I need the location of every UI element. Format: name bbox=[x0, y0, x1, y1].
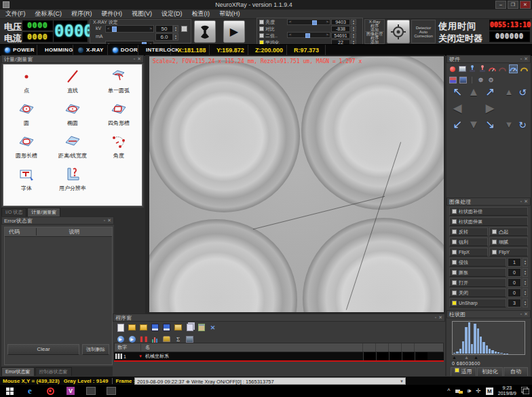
menu-help[interactable]: 帮助(H) bbox=[219, 10, 240, 18]
joystick-blue-icon[interactable] bbox=[469, 65, 476, 73]
wheel-icon[interactable]: ☸ bbox=[477, 76, 484, 83]
pin-icon[interactable]: ▫ bbox=[435, 315, 436, 320]
detector-auto-correction-button[interactable]: Detector Auto Correction bbox=[411, 20, 436, 43]
open-value[interactable]: 0 bbox=[508, 278, 521, 287]
open-toggle[interactable]: 打开 bbox=[449, 278, 506, 287]
menu-file[interactable]: 文件(F) bbox=[5, 10, 26, 18]
tool-round-slot[interactable]: 圆形长槽 bbox=[3, 134, 50, 166]
brightness-spinner[interactable]: ▲▼ bbox=[351, 19, 356, 25]
tool-text[interactable]: 字体 bbox=[3, 166, 50, 199]
contrast-slider[interactable]: <> bbox=[287, 32, 330, 38]
sharpen-toggle[interactable]: 锐利 bbox=[449, 238, 488, 246]
dilate-toggle[interactable]: 膨胀 bbox=[449, 268, 506, 277]
tool-ellipse[interactable]: 椭圆 bbox=[50, 101, 96, 134]
jog-down-left-button[interactable]: ↙ bbox=[453, 119, 462, 131]
tool-line[interactable]: 直线 bbox=[50, 69, 96, 101]
contrast-checkbox[interactable] bbox=[259, 26, 264, 31]
close-icon[interactable]: ✕ bbox=[524, 199, 528, 204]
improc-program-add-button[interactable]: 图像处理 程序 添加 bbox=[364, 31, 385, 44]
snapshot-icon[interactable] bbox=[459, 65, 466, 73]
xray-program-add-button[interactable]: X-Ray 程序 添加 bbox=[364, 19, 385, 32]
tool-single-arc[interactable]: 单一圆弧 bbox=[96, 69, 142, 101]
close-value[interactable]: 0 bbox=[508, 288, 521, 297]
jog-up-left-button[interactable]: ↖ bbox=[453, 86, 462, 98]
histogram-max-handle[interactable]: ▲ bbox=[474, 355, 478, 360]
jog-down-right-button[interactable]: ↘ bbox=[485, 119, 495, 131]
jog-up-right-button[interactable]: ↗ bbox=[485, 86, 495, 98]
gauge-blue-icon[interactable] bbox=[509, 64, 518, 73]
paste-icon[interactable] bbox=[197, 324, 205, 331]
v-app-icon[interactable]: V bbox=[65, 386, 76, 396]
run-icon[interactable]: ▶ bbox=[117, 335, 124, 343]
open-folder2-icon[interactable] bbox=[140, 324, 147, 331]
apply-checkbox[interactable] bbox=[455, 368, 459, 373]
tool-user-resolution[interactable]: 用户分辨率 bbox=[50, 166, 96, 199]
tool-bag-icon[interactable] bbox=[163, 335, 170, 343]
import-icon[interactable] bbox=[174, 324, 182, 331]
network-icon[interactable] bbox=[455, 387, 463, 395]
pin-icon[interactable]: ▫ bbox=[104, 218, 105, 223]
edge-browser-icon[interactable]: e bbox=[24, 386, 35, 396]
input-indicator-icon[interactable]: ✛ bbox=[476, 387, 481, 394]
close-button[interactable]: ✕ bbox=[520, 1, 531, 9]
histogram-mid-handle[interactable]: ▲ bbox=[464, 355, 469, 360]
close-icon[interactable]: ✕ bbox=[438, 315, 442, 320]
monitor-icon[interactable] bbox=[186, 335, 193, 343]
delete-icon[interactable]: ✕ bbox=[209, 324, 216, 331]
kv-slider-left-arrow[interactable]: < bbox=[106, 26, 111, 31]
erode-spinner[interactable]: ▲▼ bbox=[522, 258, 528, 267]
flipx-toggle[interactable]: FlipX bbox=[449, 248, 488, 257]
acquire-play-button[interactable]: ▶ bbox=[223, 20, 245, 43]
ma-spinner[interactable]: ▲▼ bbox=[173, 33, 178, 41]
pause-icon[interactable]: ❚❚ bbox=[140, 335, 147, 343]
kv-slider-right-arrow[interactable]: > bbox=[148, 26, 153, 31]
tool-circle[interactable]: 圆 bbox=[3, 101, 50, 134]
jog-right-button[interactable]: ▶ bbox=[485, 102, 494, 115]
close-spinner[interactable]: ▲▼ bbox=[522, 288, 528, 297]
jog-left-button[interactable]: ◀ bbox=[453, 102, 461, 115]
tool-point[interactable]: 点 bbox=[3, 69, 50, 101]
run-step-icon[interactable]: ▶ bbox=[128, 335, 136, 343]
record-icon[interactable] bbox=[449, 65, 456, 73]
close-icon[interactable]: ✕ bbox=[107, 218, 111, 223]
program-row[interactable]: 1 ▼ 机械坐标系 bbox=[114, 352, 444, 362]
menu-coordsys[interactable]: 坐标系(C) bbox=[35, 10, 62, 18]
ime-icon[interactable]: M bbox=[486, 387, 493, 395]
smooth-toggle[interactable]: 细腻 bbox=[489, 238, 528, 246]
tool-rect-slot[interactable]: 四角形槽 bbox=[96, 101, 142, 134]
force-delete-button[interactable]: 强制删除 bbox=[82, 344, 109, 355]
xray-on-button[interactable] bbox=[194, 20, 216, 43]
close-icon[interactable]: ✕ bbox=[137, 56, 141, 62]
contrast-spinner[interactable]: ▲▼ bbox=[351, 26, 356, 32]
restore-button[interactable]: ❐ bbox=[508, 1, 518, 9]
ma-value[interactable]: 6.0 bbox=[155, 33, 173, 41]
z-up-button[interactable]: ▲ bbox=[505, 86, 514, 98]
kv-spinner[interactable]: ▲▼ bbox=[173, 25, 178, 33]
binary-spinner[interactable]: ▲▼ bbox=[351, 33, 356, 39]
emboss-toggle[interactable]: 凸起 bbox=[489, 227, 528, 236]
open-spinner[interactable]: ▲▼ bbox=[522, 278, 528, 287]
tool-distance[interactable]: 距离/线宽度 bbox=[50, 134, 96, 166]
brightness-checkbox[interactable] bbox=[259, 20, 264, 24]
record-app-icon[interactable] bbox=[45, 386, 56, 396]
minimize-button[interactable]: – bbox=[495, 1, 506, 9]
copy-icon[interactable] bbox=[186, 324, 193, 331]
rotate-cw-button[interactable]: ↻ bbox=[518, 119, 527, 131]
auto-button[interactable]: 自动 bbox=[504, 367, 528, 377]
rotate-ccw-button[interactable]: ↺ bbox=[518, 86, 527, 98]
menu-inspect[interactable]: 检查(I) bbox=[192, 10, 210, 18]
tab-io-status[interactable]: I/O 状态 bbox=[1, 208, 26, 216]
tool-angle[interactable]: 角度 bbox=[96, 134, 142, 166]
pin-icon[interactable]: ▫ bbox=[134, 56, 135, 62]
erode-toggle[interactable]: 侵蚀 bbox=[449, 258, 506, 267]
gauge-dim-icon[interactable] bbox=[499, 65, 506, 73]
save-all-icon[interactable] bbox=[163, 324, 170, 331]
z-down-button[interactable]: ▼ bbox=[505, 119, 514, 131]
histogram-compensate-toggle[interactable]: 柱状图补偿 bbox=[449, 207, 528, 216]
pin-icon[interactable]: ▫ bbox=[520, 199, 522, 204]
save-icon[interactable] bbox=[151, 324, 159, 331]
taskbar-clock[interactable]: 9:23 2019/8/9 bbox=[498, 385, 516, 396]
flipy-toggle[interactable]: FlipY bbox=[489, 248, 528, 257]
log-dropdown[interactable]: 2019-08-09 09:22:37 ※ Write Xray ON/OFF[… bbox=[134, 377, 406, 385]
dilate-value[interactable]: 0 bbox=[508, 268, 521, 277]
